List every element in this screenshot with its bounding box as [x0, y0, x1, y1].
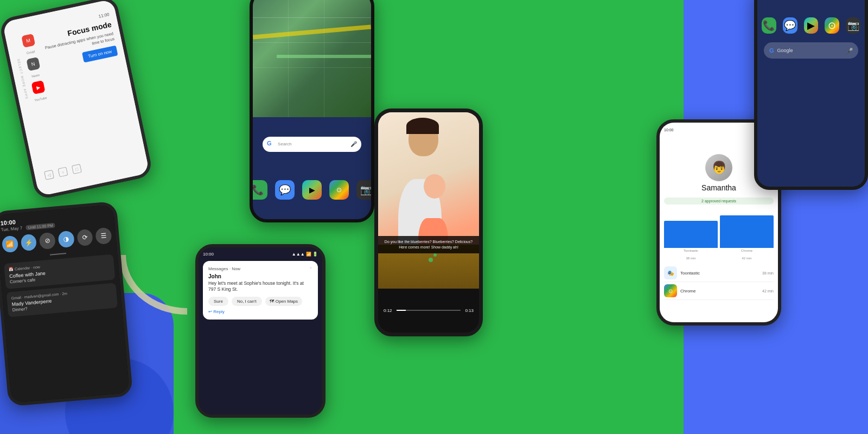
nav-home-icon[interactable]: ○ [58, 167, 68, 177]
search-placeholder: Search [278, 142, 348, 146]
video-persons [378, 112, 479, 289]
video-total-time: 0:13 [465, 308, 474, 313]
dnd-toggle[interactable]: ⊘ [39, 232, 56, 250]
home-screen: G Search 🎤 📞 💬 ▶ ⊙ 📷 [253, 117, 371, 219]
maps-screen [253, 0, 371, 117]
chrome-icon[interactable]: ⊙ [329, 180, 349, 200]
brightness-toggle[interactable]: ◑ [58, 231, 74, 248]
youtube-icon: ▶ [31, 80, 45, 94]
gmail-notification: Gmail · madvan@gmail.com · 2m Mady Vande… [7, 283, 118, 317]
usage-time-labels: 38 min 42 min [664, 257, 774, 260]
pixel-messages-icon[interactable]: 💬 [783, 17, 797, 34]
video-progress-fill [397, 310, 406, 311]
gmail-icon: M [21, 34, 35, 48]
pixel-camera-icon[interactable]: 📷 [846, 17, 860, 34]
focus-bottom-nav: ◁ ○ □ [44, 164, 82, 180]
chrome-label: Chrome [741, 249, 752, 252]
approved-requests-badge: 2 approved requests [664, 197, 774, 205]
nav-back-icon[interactable]: ◁ [44, 170, 54, 180]
pixel-search-text: Google [777, 48, 843, 53]
toontastic-name: Toontastic [680, 271, 759, 276]
toontastic-label: Toontastic [684, 249, 698, 252]
usage-bar-chrome: Chrome [720, 215, 774, 252]
bluetooth-toggle[interactable]: ⚡ [20, 234, 37, 251]
video-content: Do you like the blueberries? Blueberries… [378, 112, 479, 289]
video-screen: Do you like the blueberries? Blueberries… [378, 112, 479, 333]
play-store-icon[interactable]: ▶ [302, 180, 322, 200]
message-body: Hey let's meet at Sophie's house tonight… [208, 280, 312, 292]
time-label-42: 42 min [720, 257, 774, 260]
nav-recent-icon[interactable]: □ [72, 164, 82, 174]
extra-toggle[interactable]: ☰ [95, 227, 112, 245]
focus-turn-on-button[interactable]: Turn on now [82, 46, 118, 63]
message-actions: Sure No, I can't 🗺 Open Maps [208, 297, 312, 306]
chrome-row: ⊙ Chrome 42 min [664, 282, 774, 300]
pixel-play-icon[interactable]: ▶ [804, 17, 819, 34]
google-logo: G [267, 140, 276, 149]
pixel-screen: ▲▲ 🔋 📞 💬 ▶ ⊙ 📷 G Google 🎤 [757, 0, 865, 187]
message-card-header: Messages · Now ⌃ [208, 266, 312, 271]
pixel-mic-icon[interactable]: 🎤 [846, 48, 853, 54]
app-dock: 📞 💬 ▶ ⊙ 📷 [250, 180, 374, 200]
video-progress-bar[interactable] [397, 310, 461, 311]
message-sender: John [208, 273, 312, 279]
pixel-search-bar[interactable]: G Google 🎤 [764, 42, 858, 59]
message-expand-icon[interactable]: ⌃ [309, 267, 312, 271]
messages-status-bar: 10:00 ▲▲▲ 📶 🔋 [203, 252, 318, 257]
pixel-chrome-icon[interactable]: ⊙ [825, 17, 839, 34]
pixel-phone-icon[interactable]: 📞 [762, 17, 776, 34]
phone-maps-home: G Search 🎤 📞 💬 ▶ ⊙ 📷 [250, 0, 374, 222]
news-label: News [31, 73, 40, 78]
youtube-label: YouTube [34, 96, 47, 102]
maps-icon-small: 🗺 [270, 299, 274, 304]
toontastic-app-icon: 🎭 [664, 266, 677, 279]
pixel-app-dock: 📞 💬 ▶ ⊙ 📷 [762, 17, 860, 34]
messages-screen: 10:00 ▲▲▲ 📶 🔋 Messages · Now ⌃ John Hey … [199, 247, 322, 414]
phone-pixel: ▲▲ 🔋 📞 💬 ▶ ⊙ 📷 G Google 🎤 [754, 0, 868, 190]
usage-bar-chart: Toontastic Chrome [664, 209, 774, 252]
google-search-bar[interactable]: G Search 🎤 [263, 137, 361, 152]
quick-settings-toggles: 📶 ⚡ ⊘ ◑ ⟳ ☰ [2, 227, 112, 253]
news-icon: N [26, 57, 40, 71]
notification-screen: 10:00 Tue, May 7 Until 11:00 PM 📶 ⚡ ⊘ ◑ … [0, 205, 130, 403]
wifi-toggle[interactable]: 📶 [2, 235, 18, 253]
camera-icon[interactable]: 📷 [356, 180, 374, 200]
phone-video-caption: Do you like the blueberries? Blueberries… [374, 108, 483, 336]
messages-time: 10:00 [203, 252, 214, 257]
toontastic-row: 🎭 Toontastic 38 min [664, 264, 774, 282]
phone-notifications: 10:00 Tue, May 7 Until 11:00 PM 📶 ⚡ ⊘ ◑ … [0, 201, 133, 407]
usage-person-name: Samantha [664, 183, 774, 192]
pixel-google-g: G [769, 47, 774, 54]
message-cant-button[interactable]: No, I can't [232, 297, 262, 306]
video-current-time: 0:12 [384, 308, 392, 313]
phone-app-icon[interactable]: 📞 [250, 180, 267, 200]
message-notification-card: Messages · Now ⌃ John Hey let's meet at … [203, 261, 318, 320]
mic-icon[interactable]: 🎤 [350, 141, 357, 147]
usage-bar-toontastic: Toontastic [664, 221, 718, 252]
message-maps-button[interactable]: 🗺 Open Maps [265, 297, 302, 306]
chrome-app-name: Chrome [680, 289, 759, 293]
live-caption-text: Do you like the blueberries? Blueberries… [378, 236, 479, 253]
gmail-label: Gmail [26, 50, 35, 55]
messages-signal: ▲▲▲ 📶 🔋 [292, 252, 318, 257]
toontastic-bar [664, 221, 718, 248]
chrome-bar [720, 215, 774, 248]
rotate-toggle[interactable]: ⟳ [76, 229, 93, 246]
until-badge: Until 11:00 PM [26, 223, 56, 231]
video-controls[interactable]: 0:12 0:13 [378, 289, 479, 333]
usage-time: 10:00 [664, 128, 674, 132]
messages-app-icon[interactable]: 💬 [275, 180, 295, 200]
phone-messages: 10:00 ▲▲▲ 📶 🔋 Messages · Now ⌃ John Hey … [195, 244, 326, 418]
message-sure-button[interactable]: Sure [208, 297, 228, 306]
toontastic-time: 38 min [762, 271, 774, 275]
usage-person-avatar: 👦 [705, 154, 732, 181]
message-reply-button[interactable]: ↩ Reply [208, 309, 312, 314]
time-label-38: 38 min [664, 257, 718, 260]
chrome-app-icon: ⊙ [664, 284, 677, 297]
messages-app-name: Messages · Now [208, 266, 240, 271]
chrome-app-time: 42 min [762, 289, 774, 293]
